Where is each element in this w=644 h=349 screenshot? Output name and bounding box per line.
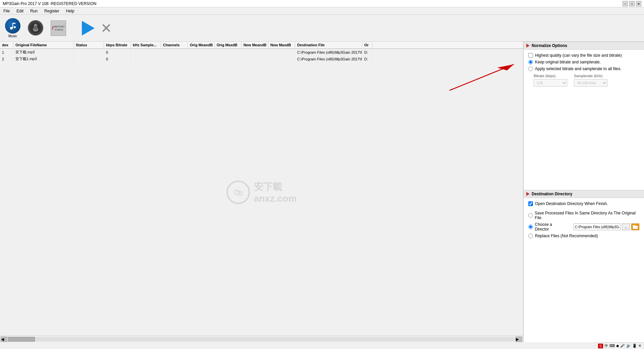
cell-khz [131,59,161,59]
svg-point-1 [14,26,16,28]
table-row[interactable]: 2 安下載1.mp3 0 C:\Program Files (x86)\Mp3G… [0,56,523,62]
destination-content: Open Destination Directory When Finish. … [524,198,644,244]
play-button[interactable] [80,20,96,36]
status-lang: S [598,344,603,348]
col-header-newmean[interactable]: New MeandB [241,42,268,48]
cell-status [74,59,104,59]
cell-channels [161,52,188,53]
cell-newmax [268,59,295,59]
cell-newmax [268,52,295,53]
menu-edit[interactable]: Edit [14,8,25,14]
report-bug-button[interactable]: ! REPORTA BUG [48,17,68,40]
keep-original-row: Keep original bitrate and samplerate. [528,60,639,64]
bitrate-samplerate-section: Bitrate (kbps) 128 Samplerate (kHz) 44,1… [534,74,639,87]
close-button[interactable]: ✕ [636,1,641,6]
scroll-thumb[interactable] [8,337,35,342]
menu-run[interactable]: Run [28,8,40,14]
col-header-dex[interactable]: dex [0,42,13,48]
destination-directory-section: Destination Directory Open Destination D… [524,190,644,244]
apply-selected-radio[interactable] [528,66,533,71]
bitrate-select[interactable]: 128 [534,79,567,87]
apply-selected-row: Apply selected bitrate and samplerate to… [528,66,639,71]
replace-files-radio[interactable] [528,234,533,238]
dest-browse-button[interactable]: ... [622,223,630,230]
highest-quality-checkbox[interactable] [528,53,533,58]
maximize-button[interactable]: □ [629,1,635,6]
destination-section-arrow [526,192,530,196]
scroll-left-btn[interactable]: ◀ [1,337,7,342]
status-icon-7: ✕ [638,344,641,348]
svg-point-0 [10,27,13,30]
same-dir-label: Save Processed Files In Same Directory A… [535,211,639,220]
col-header-dest[interactable]: Destination File [295,42,362,48]
dest-path-input[interactable] [574,223,621,230]
cell-kbps: 0 [104,50,131,55]
normalize-options-content: Highest quality (can vary the file size … [524,50,644,90]
cell-filename: 安下載1.mp3 [13,56,74,62]
cd-button[interactable] [25,17,46,40]
menu-register[interactable]: Register [42,8,61,14]
table-row[interactable]: 1 安下載.mp3 0 C:\Program Files (x86)\Mp3Ga… [0,49,523,56]
music-label: Music [8,34,17,38]
table-header: dex Original FileName Status kbps Bitrat… [0,42,523,49]
music-icon [5,18,20,34]
stop-button[interactable]: ✕ [99,20,114,36]
highest-quality-row: Highest quality (can vary the file size … [528,53,639,58]
cell-or: D: [362,50,372,55]
choose-dir-radio[interactable] [528,225,533,229]
scroll-right-btn[interactable]: ▶ [516,337,522,342]
status-icon-3: ◆ [616,344,619,348]
svg-rect-12 [633,225,635,227]
svg-line-10 [449,64,514,91]
table-body: 1 安下載.mp3 0 C:\Program Files (x86)\Mp3Ga… [0,49,523,336]
horizontal-scrollbar[interactable]: ◀ ▶ [0,336,523,342]
samplerate-select[interactable]: 44,100 KHz [574,79,607,87]
col-header-khz[interactable]: kHz Sample... [131,42,161,48]
status-icon-5: 🔊 [626,344,631,348]
stop-icon: ✕ [101,21,112,35]
watermark-icon: 🛍 [226,181,250,204]
col-header-origmax[interactable]: Orig MaxdB [215,42,241,48]
cell-status [74,52,104,53]
replace-files-row: Replace Files (Not Recommended) [528,234,639,238]
col-header-kbps[interactable]: kbps Bitrate [104,42,131,48]
status-icon-4: 🎤 [620,344,625,348]
choose-dir-row: Choose a Director ... [528,222,639,232]
col-header-origmean[interactable]: Orig MeandB [188,42,215,48]
col-header-status[interactable]: Status [74,42,104,48]
status-icon-6: 📱 [632,344,637,348]
menu-help[interactable]: Help [64,8,76,14]
normalize-section-arrow [526,44,530,48]
cell-newmean [241,52,268,53]
open-when-finish-row: Open Destination Directory When Finish. [528,201,639,206]
red-arrow-overlay [0,49,523,156]
same-dir-radio[interactable] [528,213,533,218]
keep-original-label: Keep original bitrate and samplerate. [535,60,601,64]
report-icon: ! REPORTA BUG [51,20,66,36]
panel-bottom-spacer [524,244,644,342]
destination-section-header: Destination Directory [524,190,644,198]
watermark: 🛍 安下載anxz.com [226,181,297,204]
watermark-text: 安下載anxz.com [254,181,297,204]
cell-dex: 1 [0,50,13,55]
menu-file[interactable]: File [1,8,12,14]
minimize-button[interactable]: ─ [623,1,628,6]
cell-origmax [215,59,241,59]
keep-original-radio[interactable] [528,60,533,64]
scroll-track [8,337,515,342]
destination-section-title: Destination Directory [532,192,572,196]
music-button[interactable]: Music [3,17,23,40]
col-header-channels[interactable]: Channels [161,42,188,48]
col-header-filename[interactable]: Original FileName [13,42,74,48]
samplerate-column: Samplerate (kHz) 44,100 KHz [574,74,607,87]
svg-point-7 [34,24,37,27]
col-header-newmax[interactable]: New MaxdB [268,42,295,48]
cell-or: D: [362,57,372,61]
col-header-or[interactable]: Or [362,42,372,48]
title-bar: MP3Gain Pro 2017 V 108 -REGISTERED VERSI… [0,0,644,7]
normalize-options-header: Normalize Options [524,42,644,50]
open-when-finish-checkbox[interactable] [528,201,533,206]
svg-rect-3 [12,23,15,24]
cell-origmax [215,52,241,53]
dest-folder-button[interactable] [631,223,639,230]
